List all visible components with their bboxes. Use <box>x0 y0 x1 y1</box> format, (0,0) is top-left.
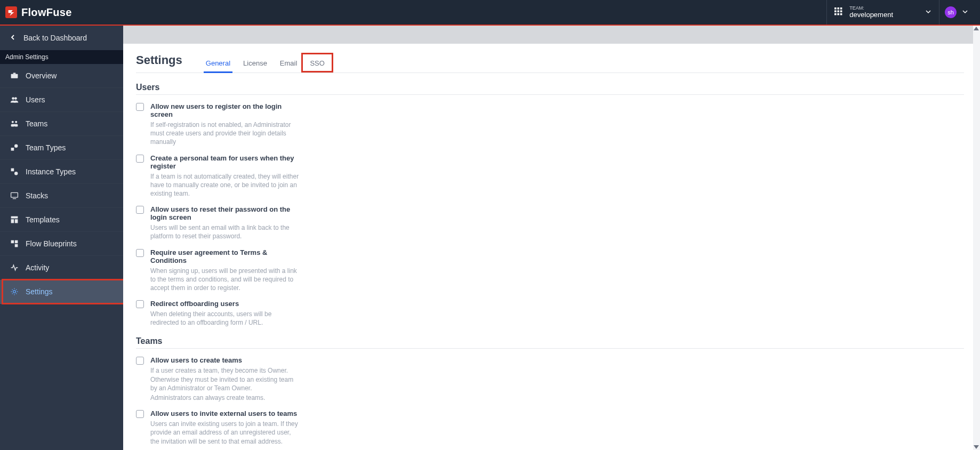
option-title: Allow users to reset their password on t… <box>150 205 300 221</box>
svg-rect-17 <box>14 124 18 127</box>
svg-rect-7 <box>838 13 840 15</box>
briefcase-icon <box>10 71 19 80</box>
team-icon <box>10 119 19 128</box>
svg-rect-3 <box>834 10 837 12</box>
svg-point-11 <box>12 97 14 100</box>
tabs: General License Email SSO <box>199 54 331 73</box>
svg-point-13 <box>12 121 14 123</box>
top-bar <box>123 26 980 44</box>
svg-rect-25 <box>11 219 14 223</box>
tab-email[interactable]: Email <box>274 54 304 73</box>
option-desc: Users will be sent an email with a link … <box>150 223 300 240</box>
gear-icon <box>10 287 19 296</box>
svg-rect-4 <box>838 10 840 12</box>
svg-rect-9 <box>11 74 18 78</box>
option-allow-register: Allow new users to register on the login… <box>136 102 964 147</box>
team-selector[interactable]: TEAM: developement <box>826 0 939 25</box>
chevron-down-icon <box>962 7 968 17</box>
activity-icon <box>10 263 19 272</box>
option-title: Require user agreement to Terms & Condit… <box>150 248 300 264</box>
svg-rect-24 <box>11 216 18 219</box>
svg-rect-2 <box>840 7 842 10</box>
option-title: Redirect offboarding users <box>150 300 300 308</box>
sidebar-item-label: Stacks <box>26 191 48 200</box>
tab-license[interactable]: License <box>237 54 274 73</box>
user-menu[interactable]: sh <box>939 0 974 25</box>
svg-rect-5 <box>840 10 842 12</box>
monitor-icon <box>10 191 19 200</box>
sidebar-item-templates[interactable]: Templates <box>0 208 123 232</box>
option-desc: If a team is not automatically created, … <box>150 172 300 198</box>
option-create-teams: Allow users to create teams If a user cr… <box>136 356 964 402</box>
logo-text: FlowFuse <box>21 6 72 19</box>
sidebar-item-flow-blueprints[interactable]: Flow Blueprints <box>0 232 123 256</box>
checkbox[interactable] <box>136 357 144 365</box>
sidebar-item-instance-types[interactable]: Instance Types <box>0 160 123 184</box>
shapes-icon <box>10 143 19 152</box>
option-terms: Require user agreement to Terms & Condit… <box>136 248 964 293</box>
option-desc: Administrators can always create teams. <box>150 393 300 402</box>
option-title: Allow users to create teams <box>150 356 300 364</box>
option-desc: If self-registration is not enabled, an … <box>150 120 300 147</box>
checkbox[interactable] <box>136 410 144 418</box>
blueprint-icon <box>10 239 19 248</box>
sidebar-item-label: Users <box>26 95 45 104</box>
svg-rect-22 <box>11 192 18 197</box>
option-offboarding: Redirect offboarding users When deleting… <box>136 300 964 327</box>
checkbox[interactable] <box>136 155 144 163</box>
back-to-dashboard[interactable]: Back to Dashboard <box>0 26 123 50</box>
option-reset-password: Allow users to reset their password on t… <box>136 205 964 240</box>
svg-point-14 <box>15 121 17 123</box>
option-title: Create a personal team for users when th… <box>150 154 300 170</box>
sidebar-item-label: Teams <box>26 119 47 128</box>
sidebar-item-label: Overview <box>26 71 57 80</box>
settings-header-row: Settings General License Email SSO <box>136 53 964 73</box>
sidebar-item-overview[interactable]: Overview <box>0 64 123 88</box>
svg-rect-29 <box>15 240 18 244</box>
sidebar-item-team-types[interactable]: Team Types <box>0 136 123 160</box>
scroll-up-icon <box>974 27 979 30</box>
top-header: FlowFuse TEAM: developement sh <box>0 0 980 26</box>
sidebar-item-label: Settings <box>26 287 53 296</box>
option-desc: If a user creates a team, they become it… <box>150 366 300 392</box>
svg-rect-16 <box>11 124 14 127</box>
sidebar-item-users[interactable]: Users <box>0 88 123 112</box>
option-title: Allow new users to register on the login… <box>150 102 300 118</box>
option-personal-team: Create a personal team for users when th… <box>136 154 964 198</box>
svg-rect-10 <box>13 73 16 74</box>
team-grid-icon <box>834 7 844 17</box>
sidebar-item-teams[interactable]: Teams <box>0 112 123 136</box>
header-right: TEAM: developement sh <box>826 0 974 25</box>
option-desc: When signing up, users will be presented… <box>150 267 300 293</box>
instance-icon <box>10 167 19 176</box>
sidebar-item-activity[interactable]: Activity <box>0 256 123 280</box>
tab-sso[interactable]: SSO <box>303 54 331 73</box>
app-root: FlowFuse TEAM: developement sh <box>0 0 980 450</box>
avatar: sh <box>945 6 957 18</box>
sidebar-item-label: Templates <box>26 215 60 224</box>
team-text: TEAM: developement <box>849 6 893 19</box>
logo-icon <box>5 6 17 18</box>
sidebar-item-label: Team Types <box>26 143 66 152</box>
scrollbar-track[interactable] <box>973 26 980 450</box>
option-desc: When deleting their accounts, users will… <box>150 310 300 327</box>
svg-rect-0 <box>834 7 837 10</box>
sidebar-item-stacks[interactable]: Stacks <box>0 184 123 208</box>
svg-point-12 <box>14 97 17 100</box>
logo[interactable]: FlowFuse <box>5 6 72 19</box>
sidebar-section-title: Admin Settings <box>0 50 123 64</box>
team-name: developement <box>849 11 893 19</box>
svg-rect-6 <box>834 13 837 15</box>
checkbox[interactable] <box>136 206 144 214</box>
checkbox[interactable] <box>136 103 144 111</box>
checkbox[interactable] <box>136 249 144 257</box>
svg-rect-18 <box>11 148 14 151</box>
main-content: Settings General License Email SSO Users… <box>123 26 980 450</box>
checkbox[interactable] <box>136 300 144 308</box>
scroll-down-icon <box>974 445 979 449</box>
sidebar-item-label: Activity <box>26 263 49 272</box>
svg-point-30 <box>13 291 16 293</box>
svg-rect-27 <box>11 240 14 244</box>
tab-general[interactable]: General <box>199 54 237 73</box>
sidebar-item-settings[interactable]: Settings <box>0 280 123 304</box>
